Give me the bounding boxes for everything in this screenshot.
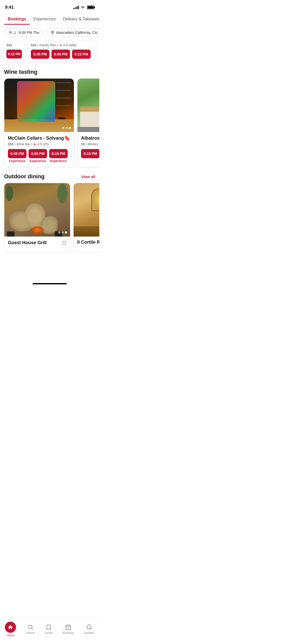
guest-house-card[interactable]: Guest House Grill ⊡: [4, 183, 70, 252]
battery-icon: [87, 6, 94, 9]
guest-house-title-row: Guest House Grill ⊡: [8, 240, 66, 246]
time-button-600[interactable]: 6:00 PM: [51, 50, 70, 59]
guest-house-image-dots: [58, 231, 67, 233]
mcclain-time-2: 6:00 PM Experience: [29, 149, 47, 163]
mcclain-time-1: 5:45 PM Experience: [8, 149, 26, 163]
status-icons: [73, 6, 94, 9]
nav-tabs: Bookings Experiences Delivery & Takeaway: [0, 13, 99, 25]
mcclain-time-3: 6:15 PM Experience: [49, 149, 68, 163]
mcclain-name: McClain Cellars - Solvang: [8, 136, 64, 141]
filter-bar: 1 · 6:00 PM Thu Atascadero California, C…: [0, 25, 99, 40]
mcclain-image: [4, 79, 74, 132]
bookmark-filled-icon[interactable]: 🔖: [64, 135, 70, 141]
albatross-times: 5:15 PM: [81, 149, 99, 158]
time-button-545[interactable]: 5:45 PM: [31, 50, 49, 59]
partial-left-meta: $$$: [6, 43, 22, 47]
dot-1: [62, 127, 64, 129]
wine-tasting-header: Wine tasting: [0, 67, 99, 78]
time-button-545-exp[interactable]: 5:45 PM: [8, 149, 26, 158]
mcclain-card[interactable]: McClain Cellars - Solvang 🔖 $$$ • Wine B…: [4, 78, 74, 167]
wifi-icon: [80, 6, 85, 9]
middle-restaurant-card[interactable]: $$$ • Pacific Rim • ★ 4.9 (480) 5:45 PM …: [28, 40, 94, 63]
middle-card-times: 5:45 PM 6:00 PM 6:15 PM: [31, 50, 91, 59]
time-button-615-exp[interactable]: 6:15 PM: [49, 149, 68, 158]
mcclain-title-row: McClain Cellars - Solvang 🔖: [8, 135, 70, 141]
albatross-card[interactable]: Albatross Rid... 🔖 $$ • Winery • ★ 4... …: [77, 78, 99, 167]
location-filter[interactable]: Atascadero California, CA, United St...: [46, 28, 99, 37]
tab-delivery[interactable]: Delivery & Takeaway: [59, 15, 99, 24]
experience-label-1: Experience: [9, 159, 25, 163]
albatross-image: [77, 79, 99, 132]
status-time: 9:41: [5, 5, 14, 10]
il-cortile-card[interactable]: Il Cortile Rist...: [73, 183, 99, 252]
view-all-outdoor[interactable]: View all: [81, 174, 95, 179]
signal-bars-icon: [73, 6, 79, 9]
dot-gh-2: [62, 231, 64, 233]
wine-tasting-scroll: McClain Cellars - Solvang 🔖 $$$ • Wine B…: [0, 78, 99, 171]
mcclain-image-dots: [62, 127, 71, 129]
wine-tasting-title: Wine tasting: [4, 69, 37, 75]
mcclain-meta: $$$ • Wine Bar • ★ 4.5 (25): [8, 142, 70, 146]
albatross-name: Albatross Rid...: [81, 136, 99, 141]
guest-house-name: Guest House Grill: [8, 240, 62, 245]
time-button-515[interactable]: 5:15 PM: [81, 149, 99, 158]
outdoor-dining-header: Outdoor dining View all: [0, 171, 99, 183]
albatross-title-row: Albatross Rid... 🔖: [81, 135, 99, 141]
il-cortile-name: Il Cortile Rist...: [77, 240, 99, 245]
tab-bookings[interactable]: Bookings: [4, 15, 30, 24]
il-cortile-image: [74, 183, 99, 237]
svg-point-0: [10, 31, 11, 33]
dot-2: [65, 127, 67, 129]
dot-gh-1: [58, 231, 60, 233]
il-cortile-title-row: Il Cortile Rist...: [77, 240, 99, 245]
svg-point-1: [52, 32, 53, 32]
time-button-615[interactable]: 6:15 PM: [72, 50, 91, 59]
partial-left-card[interactable]: $$$ 6:15 PM: [4, 40, 24, 63]
dot-3: [69, 127, 71, 129]
mcclain-times: 5:45 PM Experience 6:00 PM Experience 6:…: [8, 149, 70, 163]
home-indicator: [33, 283, 67, 284]
top-restaurants-scroll: $$$ 6:15 PM $$$ • Pacific Rim • ★ 4.9 (4…: [0, 40, 99, 67]
guest-house-image: [4, 183, 70, 237]
experience-label-2: Experience: [30, 159, 46, 163]
location-icon: [50, 31, 55, 35]
star-icon: ★: [33, 142, 36, 146]
person-icon: [8, 31, 12, 35]
location-label: Atascadero California, CA, United St...: [56, 31, 99, 35]
dot-gh-3: [65, 231, 67, 233]
bookmark-outline-icon-gh[interactable]: ⊡: [62, 240, 66, 246]
partial-right-card[interactable]: $$$ 5:4...: [97, 40, 99, 63]
partial-left-times: 6:15 PM: [6, 50, 22, 58]
time-button-600-exp[interactable]: 6:00 PM: [29, 149, 47, 158]
status-bar: 9:41: [0, 0, 99, 13]
guests-time-filter[interactable]: 1 · 6:00 PM Thu: [4, 28, 44, 37]
albatross-meta: $$ • Winery • ★ 4...: [81, 142, 99, 146]
outdoor-dining-scroll: Guest House Grill ⊡ Il Cortile Ris: [0, 183, 99, 256]
tab-experiences[interactable]: Experiences: [30, 15, 59, 24]
outdoor-dining-title: Outdoor dining: [4, 173, 45, 180]
guests-time-label: 1 · 6:00 PM Thu: [14, 31, 39, 35]
star-icon: ★: [59, 43, 62, 47]
experience-label-3: Experience: [50, 159, 66, 163]
time-button[interactable]: 6:15 PM: [6, 50, 22, 58]
middle-card-meta: $$$ • Pacific Rim • ★ 4.9 (480): [31, 43, 91, 47]
